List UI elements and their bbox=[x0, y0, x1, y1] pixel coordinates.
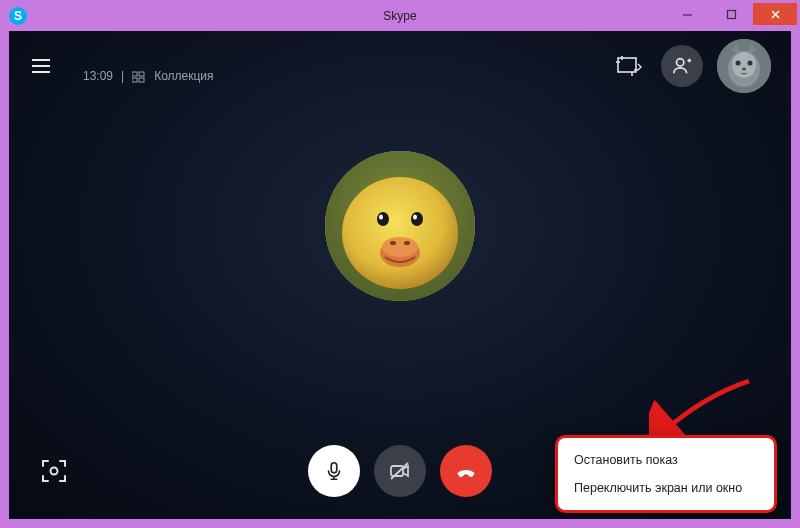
menu-item-switch-screen[interactable]: Переключить экран или окно bbox=[558, 474, 774, 502]
minimize-button[interactable] bbox=[665, 3, 709, 25]
contact-avatar bbox=[325, 151, 475, 301]
svg-point-24 bbox=[411, 212, 423, 226]
microphone-button[interactable] bbox=[308, 445, 360, 497]
svg-rect-7 bbox=[132, 72, 137, 76]
svg-point-25 bbox=[379, 215, 383, 220]
svg-point-29 bbox=[390, 241, 396, 245]
top-bar: 13:09 | Коллекция bbox=[9, 31, 791, 101]
hangup-button[interactable] bbox=[440, 445, 492, 497]
svg-point-19 bbox=[748, 61, 753, 66]
maximize-button[interactable] bbox=[709, 3, 753, 25]
svg-point-18 bbox=[736, 61, 741, 66]
svg-rect-9 bbox=[132, 78, 137, 82]
svg-rect-10 bbox=[139, 78, 144, 82]
svg-rect-1 bbox=[727, 10, 735, 18]
call-time: 13:09 bbox=[83, 69, 113, 83]
svg-rect-11 bbox=[618, 58, 636, 72]
svg-point-30 bbox=[404, 241, 410, 245]
collection-icon bbox=[132, 69, 146, 83]
close-button[interactable] bbox=[753, 3, 797, 25]
svg-point-12 bbox=[677, 59, 684, 66]
call-area: 13:09 | Коллекция bbox=[9, 31, 791, 519]
titlebar: S Skype bbox=[3, 3, 797, 29]
collection-label: Коллекция bbox=[154, 69, 213, 83]
menu-item-stop-sharing[interactable]: Остановить показ bbox=[558, 446, 774, 474]
svg-rect-8 bbox=[139, 72, 144, 76]
svg-point-31 bbox=[51, 468, 58, 475]
snapshot-icon[interactable] bbox=[37, 454, 71, 488]
svg-point-20 bbox=[742, 68, 746, 71]
svg-point-22 bbox=[342, 177, 458, 289]
top-right-controls bbox=[611, 39, 771, 93]
svg-point-28 bbox=[382, 237, 418, 257]
window-controls bbox=[665, 3, 797, 25]
menu-icon[interactable] bbox=[29, 54, 53, 78]
app-icon: S bbox=[9, 7, 27, 25]
share-context-menu: Остановить показ Переключить экран или о… bbox=[555, 435, 777, 513]
svg-rect-32 bbox=[331, 463, 337, 473]
crop-icon[interactable] bbox=[611, 51, 647, 81]
camera-off-button[interactable] bbox=[374, 445, 426, 497]
add-participant-button[interactable] bbox=[661, 45, 703, 87]
separator: | bbox=[121, 69, 124, 83]
svg-point-26 bbox=[413, 215, 417, 220]
user-avatar[interactable] bbox=[717, 39, 771, 93]
svg-point-23 bbox=[377, 212, 389, 226]
call-info: 13:09 | Коллекция bbox=[83, 69, 214, 83]
